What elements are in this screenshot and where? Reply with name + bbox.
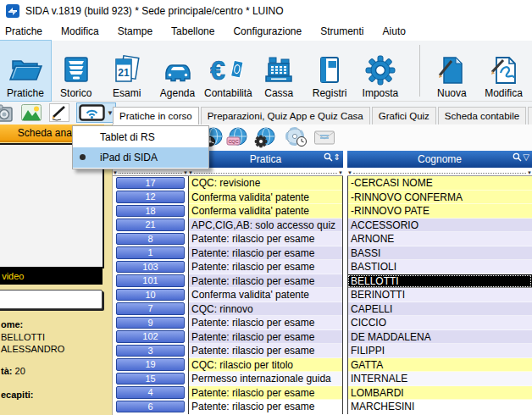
menu-modifica[interactable]: Modifica xyxy=(52,23,108,40)
globe-gear-icon[interactable] xyxy=(254,127,276,148)
sort-icon[interactable]: ⇕ xyxy=(334,153,341,162)
cognome-cell[interactable]: BASTIOLI xyxy=(347,260,532,274)
cognome-cell[interactable]: -CERCASI NOME xyxy=(347,176,532,191)
pratica-cell[interactable]: Conferma validita' patente xyxy=(188,191,343,205)
row-number-cell[interactable]: 6 xyxy=(116,401,185,413)
globe-cqc-icon[interactable]: CQC xyxy=(226,127,248,148)
menu-tabellone[interactable]: Tabellone xyxy=(162,23,224,40)
cognome-cell[interactable]: -RINNOVO PATE xyxy=(347,204,532,219)
filter-row-pratica[interactable]: ▼ ▼ xyxy=(188,168,343,176)
cognome-cell[interactable]: BERINOTTI xyxy=(347,288,532,302)
signature-pen-icon[interactable] xyxy=(49,103,69,122)
cognome-cell[interactable]: MARCHESINI xyxy=(347,400,532,414)
pratica-cell[interactable]: Patente: rilascio per esame xyxy=(188,386,343,401)
menu-stampe[interactable]: Stampe xyxy=(108,23,162,40)
pratica-cell[interactable]: CQC: rinnovo xyxy=(188,302,343,317)
row-number-cell[interactable]: 1 xyxy=(116,246,185,259)
search-icon[interactable] xyxy=(513,152,522,162)
toolbar-imposta-button[interactable]: Imposta xyxy=(355,41,406,101)
pratica-cell[interactable]: APC,CIG,AB: solo accesso quiz xyxy=(188,219,343,233)
toolbar-nuova-button[interactable]: Nuova xyxy=(429,41,475,101)
menu-item-tablet-di-rs[interactable]: Tablet di RS xyxy=(73,127,208,147)
pratica-cell[interactable]: Patente: rilascio per esame xyxy=(188,260,343,274)
pratica-cell[interactable]: CQC: rilascio per titolo xyxy=(188,358,343,373)
row-number-cell[interactable]: 101 xyxy=(116,274,185,287)
pratica-cell[interactable]: Patente: rilascio per esame xyxy=(188,330,343,345)
row-number-cell[interactable]: 18 xyxy=(116,205,185,218)
menu-item-ipad-di-sida[interactable]: iPad di SIDA xyxy=(73,147,208,168)
menu-strumenti[interactable]: Strumenti xyxy=(311,23,373,40)
cognome-cell[interactable]: LOMBARDI xyxy=(347,386,532,401)
column-header-cognome[interactable]: Cognome ▽ xyxy=(347,151,532,168)
pratica-cell[interactable]: Patente: rilascio per esame xyxy=(188,316,343,330)
toolbar-modifica-button[interactable]: Modifica xyxy=(480,41,527,101)
tablet-sync-split-button[interactable]: ▼ xyxy=(76,102,116,123)
main-toolbar: Pratiche Storico 21 Esami xyxy=(0,41,532,102)
pratica-cell[interactable]: CQC: revisione xyxy=(188,176,343,191)
pratica-cell[interactable]: Patente: rilascio per esame xyxy=(188,274,343,289)
filter-row-cognome[interactable]: ▼ ▼ xyxy=(347,168,532,176)
toolbar-agenda-button[interactable]: Agenda xyxy=(152,41,203,101)
cognome-cell[interactable]: ARNONE xyxy=(347,232,532,246)
toolbar-cassa-button[interactable]: Cassa xyxy=(253,41,304,101)
pratica-cell[interactable]: Patente: rilascio per esame xyxy=(188,400,343,414)
sidebar-white-button[interactable] xyxy=(0,290,103,309)
menu-configurazione[interactable]: Configurazione xyxy=(224,23,311,40)
register-book-icon xyxy=(312,53,347,87)
cognome-cell[interactable]: BASSI xyxy=(347,246,532,261)
mail-envelope-icon[interactable] xyxy=(313,127,335,148)
row-number-cell[interactable]: 4 xyxy=(116,386,185,399)
pratica-cell[interactable]: Permesso internazionale guida xyxy=(188,372,343,386)
search-icon[interactable] xyxy=(324,152,333,162)
tab-preparazioni-quiz[interactable]: Preparazioni, Quiz App e Quiz Casa xyxy=(201,107,370,125)
row-number-cell[interactable]: 21 xyxy=(116,219,185,231)
toolbar-pratiche-button[interactable]: Pratiche xyxy=(0,41,51,101)
cognome-cell[interactable]: DE MADDALENA xyxy=(347,330,532,345)
row-number-cell[interactable]: 103 xyxy=(116,261,185,274)
toolbar-storico-button[interactable]: Storico xyxy=(51,41,102,101)
cognome-cell[interactable]: GATTA xyxy=(347,358,532,373)
header-icons: ▽ xyxy=(513,152,529,162)
archive-drawer-icon xyxy=(58,53,94,87)
tab-scheda-contabile[interactable]: Scheda contabile xyxy=(438,107,526,125)
toolbar-contabilita-button[interactable]: € Contabilità xyxy=(202,41,253,101)
menu-pratiche[interactable]: Pratiche xyxy=(0,23,52,40)
pratica-cell[interactable]: Conferma validita' patente xyxy=(188,288,343,302)
filter-dotted-line xyxy=(119,172,182,174)
tab-grafici-quiz[interactable]: Grafici Quiz xyxy=(372,107,436,125)
column-header-pratica[interactable]: Pratica ⇕ xyxy=(188,151,343,168)
cognome-cell[interactable]: BELLOTTI xyxy=(347,274,532,289)
cognome-cell[interactable]: INTERNALE xyxy=(347,372,532,386)
pratica-cell[interactable]: Patente: rilascio per esame xyxy=(188,232,343,246)
cognome-cell[interactable]: -RINNOVO CONFERMA xyxy=(347,191,532,205)
table-row: 101 Patente: rilascio per esame BELLOTTI xyxy=(113,274,532,289)
pratica-cell[interactable]: Patente: rilascio per esame xyxy=(188,246,343,261)
row-number-cell[interactable]: 8 xyxy=(116,233,185,246)
cognome-cell[interactable]: CAPELLI xyxy=(347,302,532,317)
row-number-cell[interactable]: 15 xyxy=(116,373,185,385)
cognome-cell[interactable]: ACCESSORIO xyxy=(347,219,532,233)
pratica-cell[interactable]: Patente: rilascio per esame xyxy=(188,344,343,358)
camera-icon[interactable] xyxy=(0,103,14,123)
row-number-cell[interactable]: 17 xyxy=(116,177,185,190)
filter-icon[interactable]: ▽ xyxy=(523,153,529,162)
row-number-cell[interactable]: 7 xyxy=(116,302,185,315)
video-capture-bar[interactable]: o video xyxy=(0,267,103,285)
menu-aiuto[interactable]: Aiuto xyxy=(374,23,415,40)
tab-pratiche-in-corso[interactable]: Pratiche in corso xyxy=(113,107,199,125)
tab-scadenze[interactable]: Scadenze xyxy=(528,107,532,125)
row-number-cell[interactable]: 102 xyxy=(116,330,185,343)
toolbar-registri-button[interactable]: Registri xyxy=(304,41,355,101)
disc-history-icon[interactable] xyxy=(285,127,308,148)
pratica-cell[interactable]: Conferma validita' patente xyxy=(188,204,343,219)
table-row: 19 CQC: rilascio per titolo GATTA xyxy=(113,358,532,373)
cognome-cell[interactable]: FILIPPI xyxy=(347,344,532,358)
row-number-cell[interactable]: 3 xyxy=(116,345,185,357)
row-number-cell[interactable]: 19 xyxy=(116,358,185,371)
row-number-cell[interactable]: 12 xyxy=(116,191,185,203)
row-number-cell[interactable]: 9 xyxy=(116,317,185,329)
cognome-cell[interactable]: CICCIO xyxy=(347,316,532,330)
toolbar-esami-button[interactable]: 21 Esami xyxy=(102,41,152,101)
row-number-cell[interactable]: 10 xyxy=(116,289,185,302)
image-icon[interactable] xyxy=(21,103,42,122)
